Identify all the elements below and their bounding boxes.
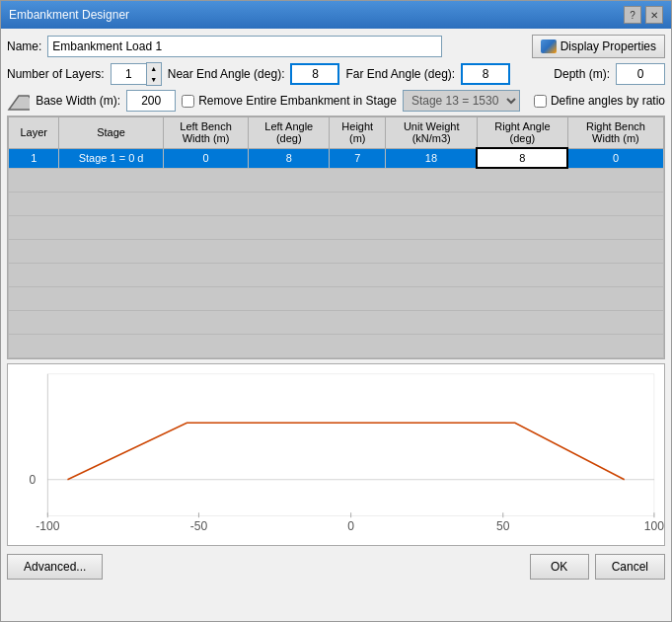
svg-text:0: 0 — [29, 472, 36, 486]
svg-marker-0 — [9, 96, 30, 110]
cell-layer: 1 — [9, 148, 59, 168]
help-button[interactable]: ? — [624, 6, 641, 24]
cell-right-angle[interactable]: 8 — [477, 148, 567, 168]
far-end-input[interactable] — [461, 63, 510, 85]
depth-input[interactable] — [616, 63, 665, 85]
cancel-button[interactable]: Cancel — [595, 554, 665, 580]
close-button[interactable]: ✕ — [645, 6, 663, 24]
remove-checkbox[interactable] — [182, 95, 194, 108]
base-width-row: Base Width (m): Remove Entire Embankment… — [7, 90, 665, 112]
define-angles-row: Define angles by ratio — [534, 94, 665, 108]
col-right-angle: Right Angle(deg) — [477, 117, 567, 149]
data-table: Layer Stage Left BenchWidth (m) Left Ang… — [8, 117, 664, 358]
embankment-icon — [7, 90, 30, 112]
spinner-up[interactable]: ▲ — [147, 63, 161, 74]
svg-text:-100: -100 — [36, 519, 60, 533]
table-empty-row — [9, 263, 664, 286]
base-width-label: Base Width (m): — [36, 94, 120, 108]
table-header-row: Layer Stage Left BenchWidth (m) Left Ang… — [9, 117, 664, 149]
near-end-input[interactable] — [290, 63, 339, 85]
table-empty-row — [9, 239, 664, 263]
layers-label: Number of Layers: — [7, 67, 105, 81]
table-empty-row — [9, 215, 664, 239]
col-height: Height(m) — [330, 117, 386, 149]
col-left-angle: Left Angle(deg) — [249, 117, 330, 149]
define-angles-label: Define angles by ratio — [551, 94, 665, 108]
table-row[interactable]: 1 Stage 1 = 0 d 0 8 7 18 8 0 — [9, 148, 664, 168]
svg-text:100: 100 — [644, 519, 664, 533]
spinner-down[interactable]: ▼ — [147, 74, 161, 85]
advanced-button[interactable]: Advanced... — [7, 554, 103, 580]
stage-dropdown[interactable]: Stage 13 = 1530 — [403, 90, 520, 112]
window-title: Embankment Designer — [9, 8, 129, 22]
display-properties-button[interactable]: Display Properties — [532, 35, 665, 58]
titlebar-buttons: ? ✕ — [624, 6, 663, 24]
col-unit-weight: Unit Weight(kN/m3) — [386, 117, 477, 149]
remove-label: Remove Entire Embankment in Stage — [198, 94, 397, 108]
svg-rect-2 — [47, 373, 654, 514]
cell-stage: Stage 1 = 0 d — [59, 148, 163, 168]
right-buttons: OK Cancel — [530, 554, 665, 580]
far-end-label: Far End Angle (deg): — [345, 67, 455, 81]
name-label: Name: — [7, 39, 41, 53]
layers-spinner: ▲ ▼ — [111, 62, 162, 86]
angles-row: Number of Layers: ▲ ▼ Near End Angle (de… — [7, 62, 665, 86]
chart-svg: -100 -50 0 50 100 0 — [8, 364, 664, 545]
cell-unit-weight: 18 — [386, 148, 477, 168]
svg-text:50: 50 — [496, 519, 510, 533]
chart-container: -100 -50 0 50 100 0 — [7, 363, 665, 546]
near-end-label: Near End Angle (deg): — [168, 67, 285, 81]
table-empty-row — [9, 334, 664, 357]
cell-right-bench: 0 — [567, 148, 663, 168]
layers-input[interactable] — [111, 63, 146, 85]
col-left-bench: Left BenchWidth (m) — [163, 117, 249, 149]
define-angles-checkbox[interactable] — [534, 95, 547, 108]
name-row: Name: Display Properties — [7, 35, 665, 58]
svg-text:0: 0 — [347, 519, 354, 533]
ok-button[interactable]: OK — [530, 554, 589, 580]
table-empty-row — [9, 310, 664, 334]
col-layer: Layer — [9, 117, 59, 149]
base-width-input[interactable] — [126, 90, 176, 112]
content-area: Name: Display Properties Number of Layer… — [1, 29, 671, 621]
svg-text:-50: -50 — [190, 519, 208, 533]
cell-height: 7 — [330, 148, 386, 168]
display-props-label: Display Properties — [560, 39, 656, 53]
table-empty-row — [9, 168, 664, 192]
col-stage: Stage — [59, 117, 163, 149]
display-props-icon — [541, 39, 557, 53]
remove-checkbox-row: Remove Entire Embankment in Stage — [182, 94, 397, 108]
data-table-container: Layer Stage Left BenchWidth (m) Left Ang… — [7, 116, 665, 359]
col-right-bench: Right BenchWidth (m) — [567, 117, 663, 149]
spinner-buttons: ▲ ▼ — [146, 62, 162, 86]
titlebar: Embankment Designer ? ✕ — [1, 1, 671, 29]
table-empty-row — [9, 192, 664, 215]
table-empty-row — [9, 286, 664, 310]
bottom-row: Advanced... OK Cancel — [7, 550, 665, 580]
name-input[interactable] — [47, 36, 442, 57]
cell-left-angle: 8 — [249, 148, 330, 168]
cell-left-bench: 0 — [163, 148, 249, 168]
depth-label: Depth (m): — [554, 67, 610, 81]
main-window: Embankment Designer ? ✕ Name: Display Pr… — [0, 0, 672, 622]
